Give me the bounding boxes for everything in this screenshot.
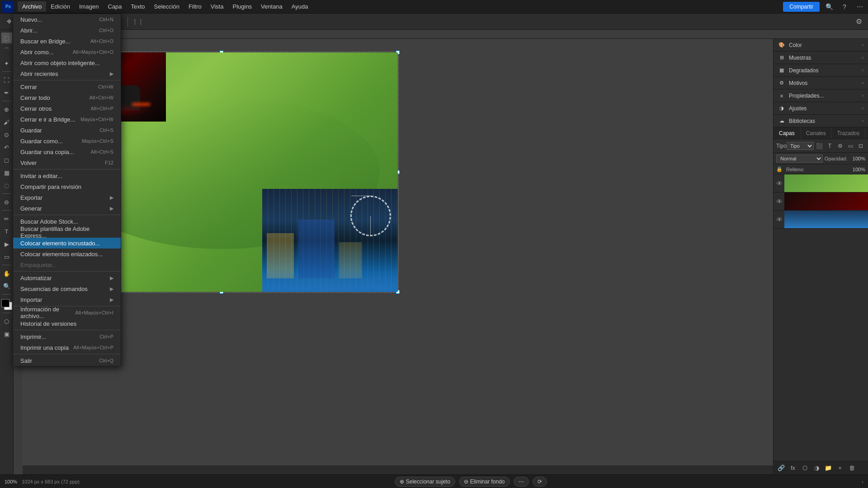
blur-tool-icon[interactable]: ◌ [1,180,12,191]
delete-layer-icon[interactable]: 🗑 [847,463,857,473]
group-layers-icon[interactable]: 📁 [823,463,833,473]
select-subject-btn[interactable]: ⊕ Seleccionar sujeto [395,477,455,487]
menu-edicion[interactable]: Edición [46,1,75,12]
settings-gear-icon[interactable]: ⚙ [854,16,864,27]
menu-item-imprimir-[interactable]: Imprimir...Ctrl+P [13,331,121,342]
eyedropper-icon[interactable]: ✒ [1,87,12,98]
pixel-filter-icon[interactable]: ⬛ [815,143,824,149]
tab-trazados[interactable]: Trazados [832,127,866,139]
layer-vis-capa[interactable]: 👁 [776,216,783,224]
search-icon[interactable]: 🔍 [823,1,835,13]
menu-item-informaci-n-de-archivo-[interactable]: Información de archivo...Alt+Mayús+Ctrl+… [13,307,121,318]
hand-tool-icon[interactable]: ✋ [1,268,12,279]
menu-vista[interactable]: Vista [206,1,228,12]
share-button[interactable]: Compartir [783,2,820,12]
select-tool-icon[interactable]: ⬚ [1,33,12,43]
layer-mask-icon[interactable]: ⬡ [800,463,810,473]
menu-item-guardar-como-[interactable]: Guardar como...Mayús+Ctrl+S [13,136,121,146]
menu-imagen[interactable]: Imagen [75,1,103,12]
panel-row-motivos[interactable]: ⚙ Motivos › [774,77,868,89]
shape-tool-icon[interactable]: ▭ [1,251,12,262]
menu-item-importar[interactable]: Importar▶ [13,294,121,305]
brush-tool-icon[interactable]: 🖌 [1,117,12,127]
menu-item-abrir-como-objeto-inteligente-[interactable]: Abrir como objeto inteligente... [13,57,121,68]
dodge-burn-icon[interactable]: ⊖ [1,197,12,207]
menu-item-guardar-una-copia-[interactable]: Guardar una copia...Alt+Ctrl+S [13,146,121,157]
layer-vis-parque[interactable]: 👁 [776,179,783,188]
panel-row-propiedades[interactable]: ≡ Propiedades... › [774,89,868,102]
magic-wand-icon[interactable]: ✦ [1,58,12,69]
layer-item-carro[interactable]: 👁 Carro [774,192,868,211]
menu-seleccion[interactable]: Selección [150,1,184,12]
layers-expand-btn[interactable]: » [865,128,868,138]
tb-icon-8[interactable]: ⋮⋮ [132,16,143,27]
new-layer-icon[interactable]: + [835,463,845,473]
menu-item-buscar-plantillas-de-adobe-express-[interactable]: Buscar plantillas de Adobe Express... [13,227,121,238]
layer-item-capa[interactable]: 👁 Capa [774,211,868,229]
layer-type-select[interactable]: Tipo [787,142,814,150]
menu-item-nuevo-[interactable]: Nuevo...Ctrl+N [13,14,121,25]
help-icon[interactable]: ? [839,1,850,13]
layer-fx-icon[interactable]: fx [788,463,798,473]
tool-more-btn[interactable]: ⋯ [514,477,529,487]
layer-vis-carro[interactable]: 👁 [776,197,783,206]
menu-item-historial-de-versiones[interactable]: Historial de versiones [13,318,121,329]
panel-row-degradados[interactable]: ▦ Degradados › [774,64,868,77]
menu-plugins[interactable]: Plugins [228,1,256,12]
link-layers-icon[interactable]: 🔗 [776,463,786,473]
tab-canales[interactable]: Canales [801,127,832,139]
menu-item-guardar[interactable]: GuardarCtrl+S [13,125,121,136]
menu-item-colocar-elemento-incrustado-[interactable]: Colocar elemento incrustado... [13,238,121,249]
menu-item-volver[interactable]: VolverF12 [13,157,121,168]
tab-capas[interactable]: Capas [774,127,801,139]
panel-row-ajustes[interactable]: ◑ Ajustes › [774,102,868,115]
menu-item-exportar[interactable]: Exportar▶ [13,192,121,203]
menu-item-cerrar-todo[interactable]: Cerrar todoAlt+Ctrl+W [13,92,121,103]
adjustment-layer-icon[interactable]: ◑ [811,463,821,473]
menu-item-salir[interactable]: SalirCtrl+Q [13,355,121,366]
menu-texto[interactable]: Texto [126,1,149,12]
menu-ventana[interactable]: Ventana [256,1,287,12]
color-swatch[interactable] [1,299,12,310]
menu-item-compartir-para-revisi-n[interactable]: Compartir para revisión [13,181,121,192]
lasso-tool-icon[interactable]: ⌒ [1,45,12,56]
menu-item-colocar-elementos-enlazados-[interactable]: Colocar elementos enlazados... [13,249,121,259]
menu-item-automatizar[interactable]: Automatizar▶ [13,272,121,283]
menu-item-imprimir-una-copia[interactable]: Imprimir una copiaAlt+Mayús+Ctrl+P [13,342,121,353]
shape-filter-icon[interactable]: ▭ [846,143,855,149]
heal-brush-icon[interactable]: ⊕ [1,104,12,115]
blend-mode-select[interactable]: Normal [776,155,823,163]
more-options-icon[interactable]: ⋯ [854,1,866,13]
history-brush-icon[interactable]: ↶ [1,142,12,153]
gradient-tool-icon[interactable]: ▦ [1,167,12,178]
menu-item-buscar-en-bridge-[interactable]: Buscar en Bridge...Alt+Ctrl+O [13,36,121,47]
menu-item-cerrar[interactable]: CerrarCtrl+W [13,81,121,92]
smart-obj-filter-icon[interactable]: ⊡ [856,143,865,149]
menu-item-cerrar-e-ir-a-bridge-[interactable]: Cerrar e ir a Bridge...Mayús+Ctrl+W [13,114,121,125]
tool-extra-btn[interactable]: ⟳ [533,477,547,487]
menu-ayuda[interactable]: Ayuda [287,1,313,12]
eraser-tool-icon[interactable]: ◻ [1,155,12,165]
layer-item-parque[interactable]: 👁 Parque [774,174,868,192]
menu-archivo[interactable]: Archivo [18,1,46,12]
menu-item-secuencias-de-comandos[interactable]: Secuencias de comandos▶ [13,283,121,294]
menu-filtro[interactable]: Filtro [184,1,206,12]
foreground-color[interactable] [1,299,9,307]
menu-item-abrir-[interactable]: Abrir...Ctrl+O [13,25,121,36]
menu-item-abrir-recientes[interactable]: Abrir recientes▶ [13,68,121,79]
quick-mask-icon[interactable]: ⬡ [1,316,12,327]
panel-row-muestras[interactable]: ⊞ Muestras › [774,52,868,64]
clone-stamp-icon[interactable]: ⊙ [1,129,12,140]
screen-mode-icon[interactable]: ▣ [1,328,12,339]
menu-item-abrir-como-[interactable]: Abrir como...Alt+Mayús+Ctrl+O [13,47,121,57]
text-tool-icon[interactable]: T [1,226,12,237]
panel-row-color[interactable]: 🎨 Color › [774,39,868,52]
menu-item-invitar-a-editar-[interactable]: Invitar a editar... [13,170,121,181]
path-select-icon[interactable]: ▶ [1,239,12,249]
remove-bg-btn[interactable]: ⊖ Eliminar fondo [459,477,510,487]
menu-capa[interactable]: Capa [103,1,126,12]
panel-row-bibliotecas[interactable]: ☁ Bibliotecas › [774,115,868,127]
adjustment-filter-icon[interactable]: T [826,143,835,149]
zoom-tool-icon[interactable]: 🔍 [1,281,12,291]
pen-tool-icon[interactable]: ✏ [1,213,12,224]
